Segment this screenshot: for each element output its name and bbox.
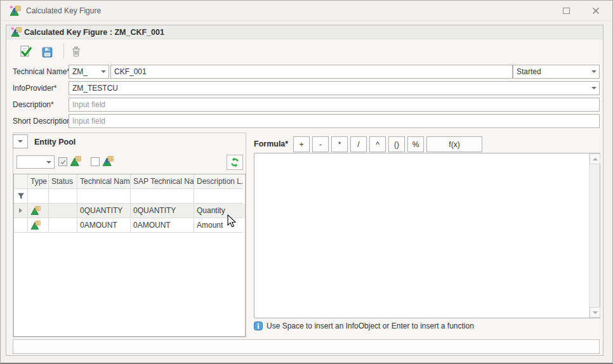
chevron-down-icon xyxy=(591,70,597,73)
window-title: Calculated Key Figure xyxy=(26,6,101,15)
description-cell: Quantity xyxy=(194,204,243,218)
description-label: Description* xyxy=(13,98,54,112)
chevron-down-icon xyxy=(591,87,597,89)
status-cell xyxy=(49,204,77,218)
infoprovider-select[interactable]: ZM_TESTCU xyxy=(69,81,600,95)
chevron-down-icon xyxy=(18,140,23,143)
calculated-key-figure-icon xyxy=(10,5,21,18)
key-figure-icon xyxy=(70,155,81,169)
type-cell xyxy=(28,218,49,233)
dialog-title: Calculated Key Figure : ZM_CKF_001 xyxy=(24,28,164,37)
technical-name-label: Technical Name* xyxy=(13,65,70,79)
filter-cell[interactable] xyxy=(28,189,49,204)
status-value: Started xyxy=(517,67,541,76)
info-icon xyxy=(254,322,263,330)
row-selector-cell xyxy=(14,204,28,218)
delete-button[interactable] xyxy=(68,44,84,60)
close-button[interactable] xyxy=(585,4,607,17)
save-button[interactable] xyxy=(39,44,55,60)
type-cell xyxy=(28,204,49,218)
column-header-selector xyxy=(14,174,28,189)
operator-multiply-button[interactable]: * xyxy=(331,136,348,152)
check-icon xyxy=(60,159,67,166)
technical-name-prefix-value: ZM_ xyxy=(72,67,88,76)
key-figure-icon xyxy=(30,220,41,230)
operator-percent-button[interactable]: % xyxy=(407,136,424,152)
key-figure-icon xyxy=(30,205,41,216)
filter-cell[interactable] xyxy=(131,189,194,204)
column-header-sap-technical-name[interactable]: SAP Technical Na... xyxy=(131,174,194,189)
sap-technical-name-cell: 0AMOUNT xyxy=(131,218,194,233)
filter-cell[interactable] xyxy=(14,189,28,204)
operator-parentheses-button[interactable]: () xyxy=(388,136,405,152)
formula-scrollbar[interactable] xyxy=(589,153,600,318)
entity-pool-title: Entity Pool xyxy=(34,138,76,146)
operator-minus-button[interactable]: - xyxy=(312,136,329,152)
technical-name-prefix-select[interactable]: ZM_ xyxy=(69,65,109,79)
technical-name-cell: 0AMOUNT xyxy=(77,218,131,233)
row-selector-cell xyxy=(14,218,28,233)
status-select[interactable]: Started xyxy=(513,65,600,79)
operator-plus-button[interactable]: + xyxy=(293,136,310,152)
toolbar-separator xyxy=(63,44,64,59)
formula-hint-text: Use Space to insert an InfoObject or Ent… xyxy=(267,322,474,330)
title-bar: Calculated Key Figure xyxy=(1,1,612,21)
description-cell: Amount xyxy=(194,218,243,233)
key-figure-filter-checkbox[interactable] xyxy=(58,157,67,166)
table-filter-row xyxy=(14,189,245,204)
maximize-icon xyxy=(563,8,570,14)
chevron-down-icon xyxy=(46,161,51,164)
technical-name-input[interactable] xyxy=(110,65,513,79)
sap-technical-name-cell: 0QUANTITY xyxy=(131,204,194,218)
scroll-down-icon xyxy=(593,311,598,314)
column-header-technical-name[interactable]: Technical Name xyxy=(77,174,131,189)
status-cell xyxy=(49,218,77,233)
maximize-button[interactable] xyxy=(555,4,577,17)
calculated-key-figure-icon xyxy=(11,27,22,39)
calculated-key-figure-filter-checkbox[interactable] xyxy=(91,157,100,166)
entity-filter-select[interactable] xyxy=(16,155,55,169)
dialog-header: Calculated Key Figure : ZM_CKF_001 xyxy=(6,25,603,39)
dialog-window: Calculated Key Figure xyxy=(0,0,613,364)
calculated-key-figure-icon xyxy=(102,155,114,169)
refresh-icon xyxy=(230,157,240,167)
chevron-down-icon xyxy=(101,70,106,73)
short-description-label: Short Description xyxy=(13,114,71,128)
operator-divide-button[interactable]: / xyxy=(350,136,367,152)
function-button[interactable]: f(x) xyxy=(426,136,482,152)
short-description-input[interactable] xyxy=(69,114,600,128)
refresh-button[interactable] xyxy=(227,155,243,170)
dialog-body: Calculated Key Figure : ZM_CKF_001 xyxy=(6,25,603,356)
operator-power-button[interactable]: ^ xyxy=(369,136,386,152)
formula-hint: Use Space to insert an InfoObject or Ent… xyxy=(254,322,474,330)
filter-cell[interactable] xyxy=(49,189,77,204)
table-row[interactable]: 0QUANTITY 0QUANTITY Quantity xyxy=(14,204,245,218)
formula-input[interactable] xyxy=(254,153,589,318)
row-indicator-icon xyxy=(19,208,22,213)
status-bar-text xyxy=(13,342,21,347)
description-input[interactable] xyxy=(69,98,600,112)
toolbar xyxy=(6,39,603,63)
table-row[interactable]: 0AMOUNT 0AMOUNT Amount xyxy=(14,218,245,233)
column-header-status[interactable]: Status xyxy=(49,174,77,189)
scroll-down-button[interactable] xyxy=(590,307,600,318)
column-header-type[interactable]: Type xyxy=(28,174,49,189)
close-icon xyxy=(592,7,600,15)
status-bar xyxy=(13,339,600,354)
formula-editor-container xyxy=(254,153,600,318)
technical-name-cell: 0QUANTITY xyxy=(77,204,131,218)
entity-pool-collapse-button[interactable] xyxy=(13,134,28,148)
entity-pool-table: Type Status Technical Name SAP Technical… xyxy=(13,174,246,337)
scroll-up-icon xyxy=(593,158,598,160)
filter-cell[interactable] xyxy=(77,189,131,204)
formula-label: Formula* xyxy=(254,140,288,148)
validate-button[interactable] xyxy=(17,44,34,60)
trash-icon xyxy=(70,46,82,58)
table-header-row: Type Status Technical Name SAP Technical… xyxy=(14,174,245,189)
infoprovider-label: InfoProvider* xyxy=(13,81,56,95)
column-header-description[interactable]: Description L... xyxy=(194,174,243,189)
validate-icon xyxy=(18,45,32,59)
scroll-up-button[interactable] xyxy=(590,153,600,164)
filter-cell[interactable] xyxy=(194,189,243,204)
filter-icon xyxy=(17,192,25,200)
